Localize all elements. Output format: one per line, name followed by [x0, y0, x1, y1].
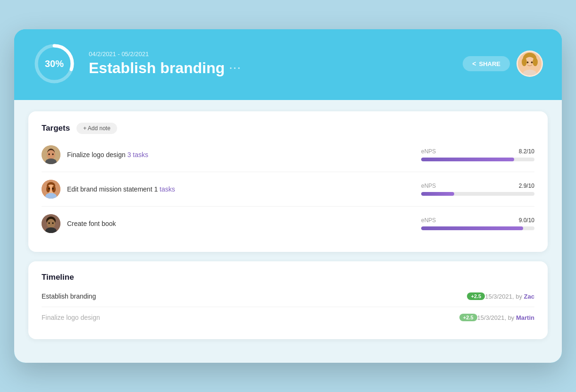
- share-button[interactable]: < SHARE: [463, 56, 510, 71]
- target-link-1[interactable]: 3 tasks: [127, 151, 148, 158]
- timeline-user-1: Zac: [524, 293, 534, 300]
- enps-bar-bg-3: [421, 226, 534, 230]
- enps-bar-bg-1: [421, 158, 534, 161]
- enps-label-2: eNPS: [421, 183, 436, 189]
- targets-card-header: Targets + Add note: [42, 123, 534, 134]
- header-info: 04/2/2021 - 05/2/2021 Establish branding…: [89, 50, 449, 77]
- progress-ring: 30%: [33, 42, 76, 85]
- timeline-title: Timeline: [42, 273, 74, 282]
- enps-bar-fill-3: [421, 226, 523, 230]
- add-note-button[interactable]: + Add note: [76, 123, 117, 134]
- timeline-row-2: Finalize logo design +2.5 15/3/2021, by …: [42, 307, 534, 328]
- target-row: Create font book eNPS 9.0/10: [42, 207, 534, 241]
- enps-label-1: eNPS: [421, 148, 436, 155]
- svg-point-8: [531, 61, 533, 63]
- svg-point-7: [527, 61, 529, 63]
- svg-point-28: [49, 222, 50, 224]
- svg-point-5: [522, 58, 527, 67]
- target-text-2: Edit brand mission statement 1 tasks: [67, 185, 421, 193]
- timeline-date-2: 15/3/2021, by Martin: [477, 314, 534, 321]
- target-row: Edit brand mission statement 1 tasks eNP…: [42, 172, 534, 207]
- enps-section-1: eNPS 8.2/10: [421, 148, 534, 161]
- avatar: [517, 50, 543, 77]
- svg-point-12: [47, 150, 55, 159]
- enps-value-2: 2.9/10: [519, 183, 534, 189]
- enps-value-1: 8.2/10: [519, 148, 534, 155]
- enps-value-3: 9.0/10: [519, 217, 534, 224]
- header: 30% 04/2/2021 - 05/2/2021 Establish bran…: [14, 29, 562, 100]
- app-wrapper: 30% 04/2/2021 - 05/2/2021 Establish bran…: [14, 29, 562, 363]
- target-avatar-2: [42, 180, 60, 199]
- target-avatar-1: [42, 145, 60, 164]
- timeline-date-1: 15/3/2021, by Zac: [485, 293, 534, 300]
- enps-bar-bg-2: [421, 192, 534, 196]
- timeline-row-1: Establish branding +2.5 15/3/2021, by Za…: [42, 286, 534, 307]
- svg-point-15: [52, 153, 54, 155]
- target-avatar-3: [42, 214, 60, 233]
- svg-point-26: [47, 219, 55, 228]
- header-actions: < SHARE: [463, 50, 543, 77]
- svg-point-23: [52, 188, 54, 190]
- timeline-card-header: Timeline: [42, 273, 534, 282]
- targets-title: Targets: [42, 124, 70, 133]
- enps-label-3: eNPS: [421, 217, 436, 224]
- progress-label: 30%: [45, 58, 64, 69]
- enps-bar-fill-2: [421, 192, 454, 196]
- targets-card: Targets + Add note Finalize logo: [28, 111, 548, 252]
- main-content: Targets + Add note Finalize logo: [14, 100, 562, 363]
- timeline-card: Timeline Establish branding +2.5 15/3/20…: [28, 261, 548, 339]
- enps-section-3: eNPS 9.0/10: [421, 217, 534, 230]
- enps-section-2: eNPS 2.9/10: [421, 183, 534, 196]
- share-icon: <: [472, 60, 476, 67]
- timeline-user-2: Martin: [516, 314, 534, 321]
- timeline-label-1: Establish branding: [42, 292, 462, 300]
- timeline-badge-1: +2.5: [467, 292, 485, 300]
- target-link-2[interactable]: tasks: [160, 185, 175, 193]
- target-text-3: Create font book: [67, 220, 421, 227]
- svg-point-22: [49, 188, 50, 190]
- svg-point-6: [533, 58, 538, 67]
- title-dots: ···: [229, 63, 242, 74]
- svg-point-29: [52, 222, 54, 224]
- header-date: 04/2/2021 - 05/2/2021: [89, 50, 449, 58]
- svg-point-14: [49, 153, 50, 155]
- timeline-badge-2: +2.5: [459, 314, 477, 321]
- timeline-label-2: Finalize logo design: [42, 314, 455, 321]
- target-text-1: Finalize logo design 3 tasks: [67, 151, 421, 158]
- header-title: Establish branding ···: [89, 59, 449, 77]
- enps-bar-fill-1: [421, 158, 514, 161]
- target-row: Finalize logo design 3 tasks eNPS 8.2/10: [42, 138, 534, 172]
